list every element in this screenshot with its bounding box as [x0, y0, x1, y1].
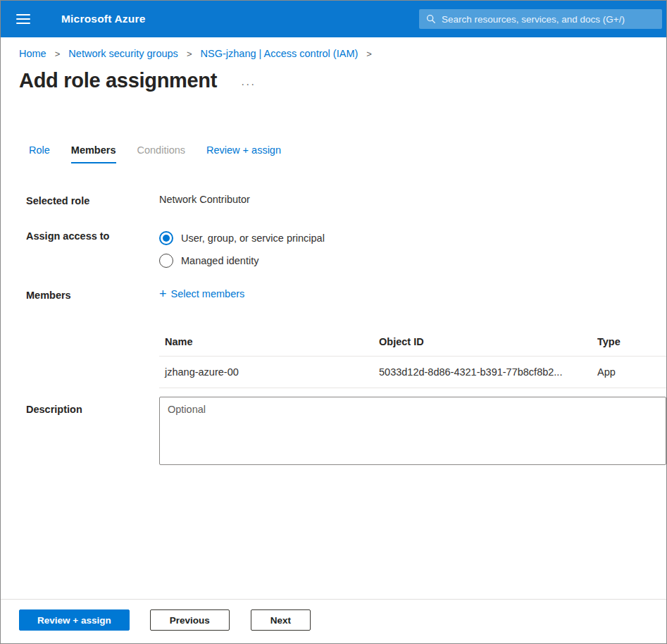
- member-type: App: [597, 366, 666, 378]
- plus-icon: +: [159, 289, 167, 299]
- table-header-row: Name Object ID Type: [159, 328, 666, 357]
- column-header-name: Name: [159, 336, 379, 347]
- table-row[interactable]: jzhang-azure-00 5033d12d-8d86-4321-b391-…: [159, 357, 666, 388]
- tab-conditions: Conditions: [137, 144, 186, 163]
- role-assignment-form: Selected role Network Contributor Assign…: [1, 194, 666, 465]
- members-label: Members: [26, 288, 159, 301]
- description-label: Description: [26, 397, 159, 465]
- description-row: Description: [1, 397, 666, 465]
- selected-role-row: Selected role Network Contributor: [1, 194, 666, 206]
- tab-members[interactable]: Members: [71, 144, 116, 163]
- radio-managed-identity[interactable]: Managed identity: [159, 252, 666, 270]
- assign-access-label: Assign access to: [26, 229, 159, 270]
- description-input[interactable]: [159, 397, 666, 465]
- assign-access-row: Assign access to User, group, or service…: [1, 229, 666, 270]
- column-header-object-id: Object ID: [379, 336, 597, 347]
- global-search[interactable]: [419, 9, 662, 29]
- select-members-label: Select members: [171, 288, 245, 299]
- more-icon[interactable]: ···: [241, 78, 256, 89]
- breadcrumb: Home > Network security groups > NSG-jzh…: [1, 37, 666, 59]
- breadcrumb-separator: >: [366, 49, 372, 59]
- column-header-type: Type: [597, 336, 666, 347]
- page-title: Add role assignment: [19, 69, 217, 92]
- breadcrumb-network-security-groups[interactable]: Network security groups: [68, 48, 178, 59]
- breadcrumb-home[interactable]: Home: [19, 48, 46, 59]
- radio-user-group-service-principal[interactable]: User, group, or service principal: [159, 229, 666, 247]
- next-button[interactable]: Next: [251, 609, 311, 631]
- previous-button[interactable]: Previous: [150, 609, 230, 631]
- members-table: Name Object ID Type jzhang-azure-00 5033…: [159, 328, 666, 388]
- footer-actions: Review + assign Previous Next: [1, 599, 666, 643]
- azure-portal-window: Microsoft Azure Home > Network security …: [0, 0, 667, 644]
- radio-label: Managed identity: [181, 255, 258, 266]
- members-row: Members + Select members: [1, 288, 666, 301]
- review-assign-button[interactable]: Review + assign: [19, 609, 130, 631]
- search-icon: [426, 14, 436, 24]
- select-members-link[interactable]: + Select members: [159, 288, 244, 299]
- hamburger-menu-icon[interactable]: [16, 14, 30, 24]
- topbar: Microsoft Azure: [1, 1, 666, 37]
- radio-label: User, group, or service principal: [181, 233, 325, 244]
- tab-review-assign[interactable]: Review + assign: [206, 144, 281, 163]
- radio-unselected-icon[interactable]: [159, 254, 173, 268]
- selected-role-label: Selected role: [26, 194, 159, 206]
- selected-role-value: Network Contributor: [159, 194, 666, 206]
- search-input[interactable]: [442, 14, 655, 25]
- radio-selected-icon[interactable]: [159, 231, 173, 245]
- title-row: Add role assignment ···: [19, 69, 666, 92]
- breadcrumb-separator: >: [187, 49, 192, 59]
- member-object-id: 5033d12d-8d86-4321-b391-77b8cf8b2...: [379, 366, 597, 378]
- brand-logo: Microsoft Azure: [61, 13, 146, 25]
- tab-bar: Role Members Conditions Review + assign: [29, 144, 666, 163]
- tab-role[interactable]: Role: [29, 144, 50, 163]
- breadcrumb-nsg-iam[interactable]: NSG-jzhang | Access control (IAM): [201, 48, 359, 59]
- member-name: jzhang-azure-00: [159, 366, 379, 378]
- breadcrumb-separator: >: [55, 49, 61, 59]
